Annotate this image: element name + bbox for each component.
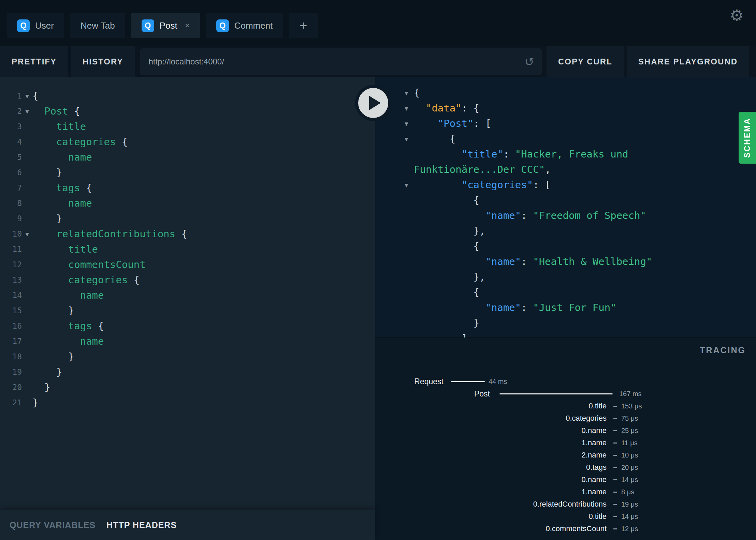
response-line: "title": "Hacker, Freaks und [403,147,756,162]
play-icon [369,96,381,110]
graphql-playground: QUserNew TabQPost×QComment+ ⚙ PRETTIFY H… [0,0,756,540]
trace-row: 0.name25 μs [375,424,756,437]
response-line: }, [403,223,756,239]
new-tab-button[interactable]: + [289,13,318,38]
query-badge-icon: Q [17,19,30,32]
code-token: , [545,164,551,175]
fold-gutter [403,315,414,331]
tab-post[interactable]: QPost× [131,13,200,38]
fold-gutter [403,269,414,285]
trace-dash-icon [613,406,617,407]
code-text: ] [414,331,467,338]
trace-duration: 25 μs [621,424,638,437]
trace-label: 0.title [588,400,607,412]
code-text: "Post": [ [414,116,491,131]
line-number: 8 [0,196,22,211]
editor-line: 7 tags { [0,180,375,196]
code-token: : [521,256,533,267]
trace-label: Request [414,375,444,388]
code-text: }, [414,223,485,239]
tab-user[interactable]: QUser [7,13,64,38]
execute-button[interactable] [355,85,391,121]
line-number: 14 [0,288,22,303]
fold-gutter [22,288,32,303]
code-token: { [98,320,104,332]
fold-gutter [22,272,32,288]
trace-duration: 14 μs [621,510,638,523]
trace-duration: 12 μs [621,523,638,535]
code-text: } [32,211,62,226]
query-variables-tab[interactable]: QUERY VARIABLES [10,520,96,530]
trace-duration-bar [499,393,613,394]
code-text: name [32,288,104,303]
code-text: { [32,88,38,104]
code-text: tags { [32,180,92,196]
code-token: }, [414,225,485,237]
fold-arrow-icon[interactable]: ▾ [403,101,414,116]
trace-label: 0.title [588,510,607,523]
copy-curl-button[interactable]: COPY CURL [547,46,624,77]
history-button[interactable]: HISTORY [71,46,135,77]
response-line: { [403,239,756,254]
tab-new-tab[interactable]: New Tab [70,13,125,38]
schema-tab[interactable]: SCHEMA [739,112,756,164]
fold-gutter [22,334,32,349]
trace-row: 0.title14 μs [375,510,756,523]
fold-arrow-icon[interactable]: ▾ [403,177,414,193]
code-text: "title": "Hacker, Freaks und [414,147,628,162]
endpoint-url-field[interactable]: http://localhost:4000/ ↺ [140,48,542,75]
fold-arrow-icon[interactable]: ▾ [403,85,414,101]
line-number: 12 [0,257,22,272]
fold-arrow-icon[interactable]: ▾ [22,226,32,242]
editor-line: 5 name [0,150,375,165]
fold-arrow-icon[interactable]: ▾ [22,104,32,119]
fold-gutter [22,196,32,211]
code-text: } [32,303,74,318]
trace-label: 0.name [582,474,607,486]
line-number: 15 [0,303,22,318]
code-text: { [414,131,455,147]
fold-arrow-icon[interactable]: ▾ [403,116,414,131]
tab-comment[interactable]: QComment [206,13,283,38]
share-playground-button[interactable]: SHARE PLAYGROUND [627,46,749,77]
trace-duration: 75 μs [621,412,638,424]
code-token: name [32,289,104,301]
code-text: }, [414,269,485,285]
fold-arrow-icon[interactable]: ▾ [403,131,414,147]
settings-gear-icon[interactable]: ⚙ [730,7,744,23]
response-line: ] [403,331,756,338]
http-headers-tab[interactable]: HTTP HEADERS [106,520,177,530]
code-token: name [32,151,92,163]
trace-row: 0.categories75 μs [375,412,756,424]
code-token: tags [32,320,98,332]
query-editor[interactable]: 1▾{2▾ Post {3 title4 categories {5 name6… [0,77,375,510]
trace-label: 1.name [582,486,607,498]
fold-gutter [22,395,32,410]
reload-icon[interactable]: ↺ [524,56,534,68]
trace-row: 0.commentsCount12 μs [375,523,756,535]
code-token: } [32,397,38,408]
fold-gutter [403,239,414,254]
response-lines: ▾{▾ "data": {▾ "Post": [▾ { "title": "Ha… [403,85,756,338]
close-tab-icon[interactable]: × [185,21,190,30]
code-text: { [414,85,420,101]
code-token: "Just For Fun" [533,302,616,313]
response-line: ▾ "categories": [ [403,177,756,193]
code-token: Funktionäre...Der CCC" [414,164,545,175]
prettify-button[interactable]: PRETTIFY [0,46,68,77]
fold-arrow-icon[interactable]: ▾ [22,88,32,104]
line-number: 13 [0,272,22,288]
line-number: 1 [0,88,22,104]
trace-dash-icon [613,479,617,480]
response-line: "name": "Health & Wellbeing" [403,254,756,269]
code-token: categories [32,274,134,286]
trace-row: Post167 ms [375,388,756,400]
trace-row: Request44 ms [375,375,756,388]
line-number: 9 [0,211,22,226]
trace-label: 0.commentsCount [546,523,607,535]
code-token: relatedContributions [32,228,181,240]
trace-row: 0.name14 μs [375,474,756,486]
response-line: "name": "Freedom of Speech" [403,208,756,223]
query-editor-lines: 1▾{2▾ Post {3 title4 categories {5 name6… [0,88,375,410]
editor-line: 13 categories { [0,272,375,288]
